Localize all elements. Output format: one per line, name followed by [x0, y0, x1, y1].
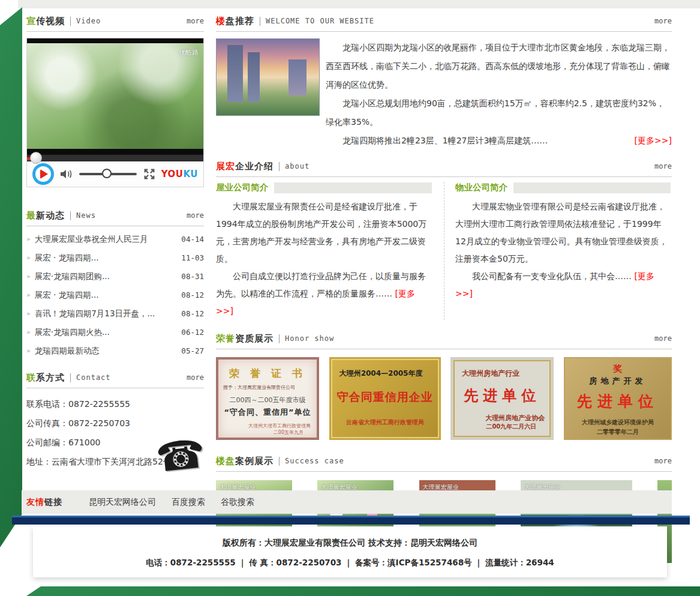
- about-paragraph: 大理展宏屋业有限责任公司是经省建设厅批准，于1994年成立的股份制房地产开发公司…: [216, 198, 432, 268]
- news-link[interactable]: 展宏·龙瑞四期团购...: [35, 271, 110, 282]
- about-section-title: 展宏企业介绍: [216, 161, 274, 172]
- contact-section: 联系方式 Contact more 联系电话：0872-2255555 公司传真…: [26, 367, 204, 471]
- telephone-icon: ☎: [154, 434, 208, 478]
- volume-icon[interactable]: [59, 167, 74, 181]
- section-divider-line: [26, 226, 204, 226]
- bullet-icon: »: [26, 328, 31, 336]
- certificate-image[interactable]: 荣 誉 证 书 授予：大理展宏屋业有限责任公司 二00四～二00五年度市级 “守…: [216, 357, 319, 440]
- news-link[interactable]: 展宏 · 龙瑞四期...: [35, 290, 99, 301]
- certificate-image[interactable]: 大理州2004—2005年度 守合同重信用企业 云南省大理州工商行政管理局: [329, 357, 441, 440]
- contact-fax: 公司传真：0872-2250703: [26, 414, 204, 433]
- volume-slider-handle[interactable]: [102, 169, 112, 178]
- news-more-link[interactable]: more: [187, 211, 204, 220]
- news-item[interactable]: »展宏·龙瑞四期团购...08-31: [26, 267, 204, 286]
- bullet-icon: »: [26, 347, 31, 355]
- news-item[interactable]: »大理展宏屋业恭祝全州人民三月04-14: [26, 230, 204, 248]
- recommend-text: 龙瑞小区四期为龙瑞小区的收尾丽作，项目位于大理市北市区黄金地段，东临龙瑞三期，西…: [326, 38, 672, 150]
- certificates-row: 荣 誉 证 书 授予：大理展宏屋业有限责任公司 二00四～二00五年度市级 “守…: [216, 357, 672, 440]
- green-diagonal-band-left: [0, 0, 22, 552]
- news-section-header: 最新动态 News more: [26, 205, 204, 226]
- about-section-subtitle: about: [285, 162, 310, 170]
- recommend-read-more-link[interactable]: [更多>>]: [618, 131, 672, 150]
- video-control-bar: YOUKU: [27, 161, 203, 187]
- tower-shape: [227, 45, 243, 102]
- footer: 版权所有：大理展宏屋业有限责任公司 技术支持：昆明天宏网络公司 电话：0872-…: [33, 526, 667, 577]
- recommend-paragraph: 龙瑞小区四期为龙瑞小区的收尾丽作，项目位于大理市北市区黄金地段，东临龙瑞三期，西…: [326, 38, 672, 94]
- fullscreen-icon[interactable]: [143, 167, 156, 181]
- video-section-subtitle: Video: [76, 17, 101, 25]
- news-date: 06-12: [181, 328, 204, 337]
- bullet-icon: »: [26, 310, 31, 318]
- friend-link[interactable]: 百度搜索: [172, 497, 205, 508]
- tower-shape: [289, 59, 307, 95]
- contact-section-title: 联系方式: [26, 372, 65, 384]
- top-strip: [18, 0, 700, 8]
- page: 宣传视频 Video more 优酷路: [0, 0, 700, 596]
- bullet-icon: »: [26, 235, 31, 243]
- header-divider: [279, 334, 280, 343]
- news-item[interactable]: »喜讯！龙瑞四期7月13日开盘，...08-12: [26, 304, 204, 323]
- video-frame[interactable]: 优酷路: [27, 43, 203, 149]
- navy-divider-bar: [12, 516, 690, 525]
- about-columns: 屋业公司简介 大理展宏屋业有限责任公司是经省建设厅批准，于1994年成立的股份制…: [216, 182, 672, 320]
- friend-links: 昆明天宏网络公司 百度搜索 谷歌搜索: [89, 497, 254, 508]
- friend-link[interactable]: 昆明天宏网络公司: [89, 497, 156, 508]
- certificate-image[interactable]: 奖 房地产开发 先进单位 大理州城乡建设环境保护局 二零零零年二月: [564, 357, 672, 440]
- news-item[interactable]: »展宏 · 龙瑞四期...08-12: [26, 286, 204, 304]
- cases-more-link[interactable]: more: [654, 457, 672, 465]
- news-date: 08-12: [181, 309, 204, 318]
- news-link[interactable]: 龙瑞四期最新动态: [35, 346, 100, 357]
- recommend-section-subtitle: WELCOME TO OUR WEBSITE: [266, 17, 374, 25]
- certificate-image[interactable]: 大理州房地产行业 先进单位 大理州房地产业协会 二00九年二月六日: [450, 357, 554, 440]
- contact-section-header: 联系方式 Contact more: [26, 367, 204, 388]
- about-paragraph: 我公司配备有一支专业化队伍，其中会…… [更多>>]: [455, 268, 671, 303]
- green-bottom-band: [0, 586, 700, 596]
- news-section-subtitle: News: [76, 211, 96, 220]
- building-rendering-image[interactable]: [216, 38, 320, 116]
- section-divider-line: [216, 471, 672, 472]
- progress-scrubber-handle[interactable]: [30, 152, 42, 164]
- video-letterbox-bottom: [27, 149, 203, 154]
- friend-links-title: 友情链接: [26, 497, 62, 508]
- contact-more-link[interactable]: more: [187, 373, 204, 382]
- section-divider-line: [216, 176, 672, 177]
- news-section: 最新动态 News more »大理展宏屋业恭祝全州人民三月04-14 »展宏 …: [26, 205, 204, 360]
- recommend-more-link[interactable]: more: [654, 17, 672, 25]
- cases-section-header: 楼盘案例展示 Success case more: [216, 451, 672, 471]
- news-link[interactable]: 大理展宏屋业恭祝全州人民三月: [35, 234, 148, 245]
- honor-more-link[interactable]: more: [654, 334, 672, 343]
- news-link[interactable]: 展宏 · 龙瑞四期...: [35, 253, 99, 263]
- cases-section-subtitle: Success case: [285, 457, 344, 465]
- about-section-header: 展宏企业介绍 about more: [216, 156, 672, 176]
- video-watermark: 优酷路: [179, 48, 199, 57]
- video-player[interactable]: 优酷路 YOUKU: [26, 38, 204, 187]
- video-letterbox-top: [27, 38, 203, 43]
- friend-link[interactable]: 谷歌搜索: [221, 497, 254, 508]
- about-more-link[interactable]: more: [654, 162, 672, 170]
- section-divider-line: [26, 31, 204, 32]
- news-item[interactable]: »展宏 · 龙瑞四期...11-03: [26, 248, 204, 267]
- youku-logo[interactable]: YOUKU: [161, 169, 198, 179]
- header-divider: [279, 162, 280, 171]
- contact-section-subtitle: Contact: [76, 373, 111, 382]
- sidebar: 宣传视频 Video more 优酷路: [22, 8, 211, 471]
- news-item[interactable]: »展宏·龙瑞四期火热...06-12: [26, 323, 204, 342]
- news-date: 08-31: [181, 272, 204, 281]
- video-section-title: 宣传视频: [26, 16, 65, 27]
- news-link[interactable]: 喜讯！龙瑞四期7月13日开盘，...: [35, 309, 155, 319]
- volume-slider[interactable]: [79, 173, 137, 175]
- video-progress-bar[interactable]: [27, 154, 203, 161]
- play-button[interactable]: [32, 163, 54, 185]
- property-company-subtitle: 物业公司简介: [455, 182, 507, 193]
- header-divider: [70, 17, 71, 26]
- header-divider: [279, 457, 280, 466]
- tower-shape: [248, 52, 260, 102]
- video-more-link[interactable]: more: [187, 17, 204, 25]
- section-divider-line: [26, 388, 204, 388]
- contact-phone: 联系电话：0872-2255555: [26, 394, 204, 414]
- news-link[interactable]: 展宏·龙瑞四期火热...: [35, 327, 110, 338]
- news-date: 05-27: [181, 346, 204, 355]
- friend-links-bar: 友情链接 昆明天宏网络公司 百度搜索 谷歌搜索: [22, 490, 672, 514]
- news-item[interactable]: »龙瑞四期最新动态05-27: [26, 342, 204, 360]
- header-divider: [70, 373, 71, 382]
